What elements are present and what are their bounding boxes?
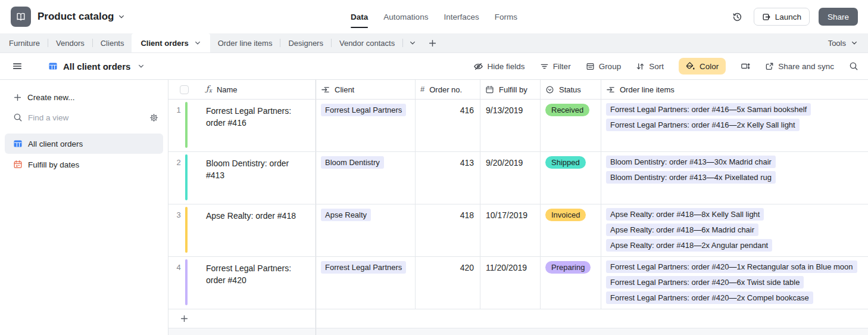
row-number: 1 — [174, 106, 183, 114]
search-button[interactable] — [849, 61, 858, 71]
add-table-button[interactable] — [422, 33, 443, 52]
row-color-bar — [185, 207, 188, 253]
client-chip[interactable]: Forrest Legal Partners — [321, 261, 406, 274]
cell-name[interactable]: Forrest Legal Partners: order #416 — [199, 100, 316, 151]
sidebar-view-fulfill-by-dates[interactable]: Fulfill by dates — [5, 154, 163, 175]
status-badge[interactable]: Preparing — [545, 261, 591, 274]
hide-fields-button[interactable]: Hide fields — [473, 61, 525, 72]
nav-tab-interfaces[interactable]: Interfaces — [444, 0, 479, 33]
tools-menu[interactable]: Tools — [818, 33, 868, 52]
client-chip[interactable]: Apse Realty — [321, 209, 371, 221]
linked-record-icon — [606, 85, 615, 94]
status-badge[interactable]: Shipped — [545, 156, 586, 169]
table-tab-clients[interactable]: Clients — [93, 33, 132, 52]
cell-status[interactable]: Received — [541, 100, 601, 151]
row-number-cell[interactable]: 3 — [168, 204, 199, 256]
color-button[interactable]: Color — [679, 58, 726, 75]
row-height-button[interactable] — [741, 61, 750, 71]
table-tab-furniture[interactable]: Furniture — [1, 33, 48, 52]
column-header-name[interactable]: ƒxName — [199, 80, 316, 99]
cell-status[interactable]: Invoiced — [541, 204, 601, 256]
status-badge[interactable]: Received — [545, 104, 589, 116]
view-switcher[interactable]: All client orders — [48, 61, 145, 72]
column-header-client[interactable]: Client — [316, 80, 416, 99]
cell-order-line-items[interactable]: Apse Realty: order #418—8x Kelly Sall li… — [601, 204, 868, 256]
share-and-sync-button[interactable]: Share and sync — [765, 62, 834, 71]
cell-fulfill-by[interactable]: 10/17/2019 — [480, 204, 541, 256]
line-item-chip[interactable]: Forrest Legal Partners: order #416—2x Ke… — [606, 119, 800, 131]
sidebar-view-all-client-orders[interactable]: All client orders — [5, 134, 163, 154]
grid-view: ƒxNameClient#Order no.Fulfill byStatusOr… — [168, 80, 868, 335]
line-item-chip[interactable]: Forrest Legal Partners: order #420—2x Co… — [606, 291, 813, 304]
line-item-chip[interactable]: Apse Realty: order #418—6x Madrid chair — [606, 224, 758, 236]
nav-tab-data[interactable]: Data — [351, 0, 368, 33]
share-button[interactable]: Share — [819, 8, 858, 26]
cell-order-no[interactable]: 416 — [416, 100, 480, 151]
column-header-order-no[interactable]: #Order no. — [416, 80, 480, 99]
cell-order-line-items[interactable]: Forrest Legal Partners: order #416—5x Sa… — [601, 100, 868, 151]
cell-fulfill-by[interactable]: 9/13/2019 — [480, 100, 541, 151]
table-tab-designers[interactable]: Designers — [280, 33, 331, 52]
cell-status[interactable]: Preparing — [541, 257, 601, 309]
cell-client[interactable]: Apse Realty — [316, 204, 416, 256]
search-icon — [13, 113, 23, 122]
cell-client[interactable]: Forrest Legal Partners — [316, 100, 416, 151]
history-icon[interactable] — [730, 10, 745, 24]
add-record-button[interactable] — [180, 314, 189, 323]
cell-name[interactable]: Bloom Dentistry: order #413 — [199, 152, 316, 204]
line-item-chip[interactable]: Forrest Legal Partners: order #420—6x Tw… — [606, 276, 804, 289]
line-item-chip[interactable]: Forrest Legal Partners: order #420—1x Re… — [606, 260, 857, 273]
column-header-order-line-items[interactable]: Order line items — [601, 80, 868, 99]
row-number-cell[interactable]: 1 — [168, 100, 199, 151]
cell-order-line-items[interactable]: Bloom Dentistry: order #413—30x Madrid c… — [601, 152, 868, 204]
cell-client[interactable]: Bloom Dentistry — [316, 152, 416, 204]
line-item-chip[interactable]: Forrest Legal Partners: order #416—5x Sa… — [606, 103, 811, 116]
cell-client[interactable]: Forrest Legal Partners — [316, 257, 416, 309]
filter-button[interactable]: Filter — [540, 62, 571, 71]
cell-order-no[interactable]: 413 — [416, 152, 480, 204]
line-item-chip[interactable]: Apse Realty: order #418—8x Kelly Sall li… — [606, 208, 764, 221]
top-nav: DataAutomationsInterfacesForms — [351, 0, 517, 33]
tables-overflow-button[interactable] — [403, 33, 422, 52]
select-all-checkbox[interactable] — [180, 85, 189, 94]
client-chip[interactable]: Forrest Legal Partners — [321, 104, 406, 116]
group-button[interactable]: Group — [586, 62, 622, 71]
cell-name[interactable]: Apse Realty: order #418 — [199, 204, 316, 256]
table-tab-vendors[interactable]: Vendors — [48, 33, 92, 52]
app-logo[interactable] — [11, 7, 31, 27]
line-item-chip[interactable]: Bloom Dentistry: order #413—4x Pixellate… — [606, 171, 776, 184]
cell-fulfill-by[interactable]: 11/20/2019 — [480, 257, 541, 309]
client-chip[interactable]: Bloom Dentistry — [321, 156, 384, 169]
line-item-chip[interactable]: Apse Realty: order #418—2x Angular penda… — [606, 239, 772, 252]
row-number-cell[interactable]: 2 — [168, 152, 199, 204]
add-row — [168, 309, 868, 328]
sort-button[interactable]: Sort — [636, 62, 664, 71]
cell-order-no[interactable]: 418 — [416, 204, 480, 256]
cell-fulfill-by[interactable]: 9/20/2019 — [480, 152, 541, 204]
cell-name[interactable]: Forrest Legal Partners: order #420 — [199, 257, 316, 309]
launch-button[interactable]: Launch — [754, 8, 810, 26]
view-sidebar-toggle-icon[interactable] — [12, 61, 23, 72]
status-badge[interactable]: Invoiced — [545, 209, 586, 221]
column-header-status[interactable]: Status — [541, 80, 601, 99]
launch-icon — [762, 13, 771, 21]
nav-tab-forms[interactable]: Forms — [495, 0, 517, 33]
column-header-fulfill-by[interactable]: Fulfill by — [480, 80, 541, 99]
single-select-icon — [545, 85, 554, 94]
row-number-cell[interactable]: 4 — [168, 257, 199, 309]
grid-header-row: ƒxNameClient#Order no.Fulfill byStatusOr… — [168, 80, 868, 100]
gear-icon[interactable] — [149, 113, 158, 122]
nav-tab-automations[interactable]: Automations — [383, 0, 428, 33]
cell-order-no[interactable]: 420 — [416, 257, 480, 309]
top-bar-actions: Launch Share — [730, 8, 868, 26]
table-tab-vendor-contacts[interactable]: Vendor contacts — [332, 33, 402, 52]
find-view-input[interactable] — [28, 113, 144, 122]
cell-order-line-items[interactable]: Forrest Legal Partners: order #420—1x Re… — [601, 257, 868, 309]
create-new-view-button[interactable]: Create new... — [0, 87, 168, 107]
group-icon — [586, 62, 595, 71]
base-title-menu[interactable]: Product catalog — [38, 11, 125, 23]
line-item-chip[interactable]: Bloom Dentistry: order #413—30x Madrid c… — [606, 156, 776, 168]
cell-status[interactable]: Shipped — [541, 152, 601, 204]
table-tab-order-line-items[interactable]: Order line items — [210, 33, 280, 52]
table-tab-client-orders[interactable]: Client orders — [132, 33, 210, 52]
